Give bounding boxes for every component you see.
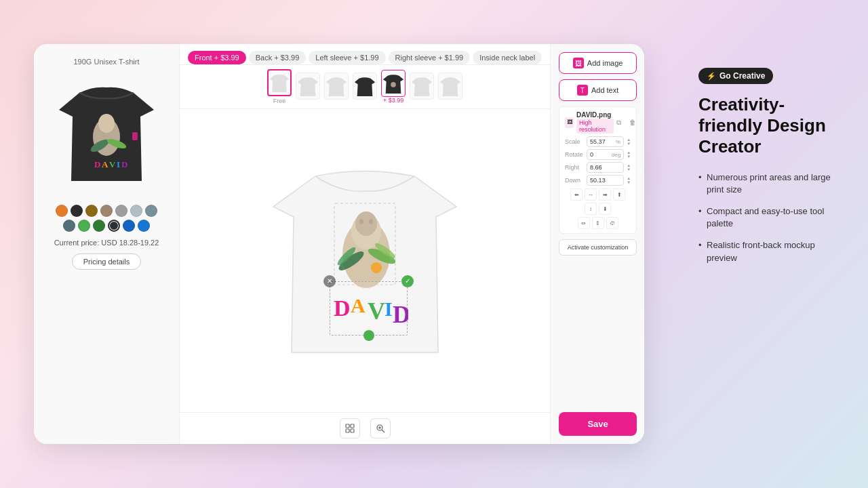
- scale-row: Scale 55.37 % ▲▼: [565, 136, 631, 147]
- svg-point-21: [371, 262, 382, 273]
- thumb-box-1: [267, 69, 292, 96]
- tab-back[interactable]: Back + $3.99: [249, 51, 307, 64]
- svg-point-14: [355, 211, 377, 236]
- add-image-icon: 🖼: [573, 58, 584, 68]
- layer-badge: High resolution: [576, 119, 614, 134]
- activate-customization-button[interactable]: Activate customization: [559, 239, 637, 256]
- svg-text:A: A: [351, 294, 366, 317]
- color-swatch-tan[interactable]: [100, 205, 113, 217]
- flip-v-btn[interactable]: ⇕: [592, 217, 604, 229]
- thumb-box-7: [438, 73, 462, 100]
- canvas-area: ✕ ✓ D A V I D: [267, 156, 463, 366]
- pricing-details-button[interactable]: Pricing details: [72, 253, 141, 270]
- zoom-button[interactable]: [370, 418, 391, 439]
- timer-btn[interactable]: ⏱: [606, 217, 618, 229]
- thumb-item-4[interactable]: [353, 73, 377, 101]
- color-swatch-black[interactable]: [71, 205, 83, 217]
- color-swatch-slate[interactable]: [145, 205, 157, 217]
- feature-item-2: Compact and easy-to-use tool palette: [698, 205, 834, 230]
- thumb-item-5[interactable]: + $3.99: [381, 70, 406, 104]
- align-left-btn[interactable]: ⬅: [570, 188, 583, 201]
- color-swatch-brown[interactable]: [85, 205, 98, 217]
- scale-unit: %: [616, 139, 620, 145]
- rotate-input[interactable]: 0 deg: [587, 149, 624, 160]
- right-label: Right: [565, 164, 584, 171]
- svg-text:V: V: [368, 298, 385, 325]
- align-center-h-btn[interactable]: ↔: [585, 188, 597, 201]
- down-input[interactable]: 50.13: [587, 175, 624, 186]
- svg-text:D: D: [393, 301, 408, 328]
- scale-input[interactable]: 55.37 %: [587, 136, 624, 147]
- svg-point-10: [391, 82, 396, 87]
- rotate-label: Rotate: [565, 151, 584, 158]
- thumb-box-4: [353, 73, 377, 100]
- svg-text:V: V: [109, 159, 116, 169]
- layer-action-icons: ⧉ 🗑: [614, 117, 638, 128]
- thumb-box-3: [324, 73, 349, 100]
- layer-thumb: 🖼: [565, 117, 574, 128]
- layer-name-group: DAVID.png High resolution: [576, 111, 614, 134]
- align-center-v-btn[interactable]: ↕: [585, 203, 597, 215]
- add-text-icon: T: [577, 85, 588, 96]
- add-image-button[interactable]: 🖼 Add image: [559, 52, 637, 74]
- right-spinner[interactable]: ▲▼: [627, 163, 631, 171]
- tab-right-sleeve[interactable]: Right sleeve + $1.99: [389, 51, 471, 64]
- color-swatch-orange[interactable]: [56, 205, 68, 217]
- layer-info: 🖼 DAVID.png High resolution: [565, 111, 613, 134]
- color-swatch-darkgreen[interactable]: [93, 220, 105, 232]
- right-input[interactable]: 8.66: [587, 162, 624, 173]
- svg-text:D: D: [334, 296, 351, 321]
- thumb-box-6: [410, 73, 434, 100]
- tab-neck-label[interactable]: Inside neck label: [473, 51, 542, 64]
- align-bottom-btn[interactable]: ⬇: [599, 203, 611, 215]
- thumb-price-5: + $3.99: [383, 97, 403, 104]
- color-swatch-blue[interactable]: [138, 220, 150, 232]
- delete-icon[interactable]: 🗑: [627, 117, 638, 128]
- right-panel: 🖼 Add image T Add text 🖼 DAVID.png High …: [550, 44, 644, 444]
- thumb-box-2: [296, 73, 320, 100]
- layer-name: DAVID.png: [576, 111, 614, 119]
- svg-rect-27: [346, 424, 349, 428]
- scale-spinner[interactable]: ▲▼: [627, 138, 631, 146]
- align-row-2: ⇔ ⇕ ⏱: [565, 217, 631, 229]
- down-spinner[interactable]: ▲▼: [627, 176, 631, 184]
- main-card: 190G Unisex T-shirt D: [34, 44, 644, 444]
- delete-handle[interactable]: ✕: [323, 275, 336, 287]
- grid-view-button[interactable]: [340, 418, 360, 439]
- align-right-btn[interactable]: ➡: [599, 188, 611, 201]
- svg-rect-30: [351, 429, 354, 432]
- color-swatch-verydark[interactable]: [108, 220, 120, 232]
- svg-text:I: I: [117, 159, 120, 169]
- product-name: 190G Unisex T-shirt: [73, 58, 139, 66]
- tab-front[interactable]: Front + $3.99: [188, 51, 246, 64]
- right-row: Right 8.66 ▲▼: [565, 162, 631, 173]
- color-swatch-green[interactable]: [78, 220, 90, 232]
- color-swatch-lightblue[interactable]: [130, 205, 142, 217]
- thumb-item-3[interactable]: [324, 73, 349, 101]
- tab-left-sleeve[interactable]: Left sleeve + $1.99: [309, 51, 385, 64]
- add-text-button[interactable]: T Add text: [559, 79, 637, 101]
- svg-text:A: A: [102, 159, 108, 169]
- save-button[interactable]: Save: [559, 412, 637, 436]
- bottom-toolbar: [180, 412, 550, 444]
- thumb-item-1[interactable]: Free: [267, 69, 292, 104]
- thumb-item-6[interactable]: [410, 73, 434, 101]
- thumb-item-7[interactable]: [438, 73, 462, 101]
- align-top-btn[interactable]: ⬆: [613, 188, 625, 201]
- layer-header: 🖼 DAVID.png High resolution ⧉ 🗑: [565, 111, 631, 134]
- color-swatch-darkslate[interactable]: [63, 220, 75, 232]
- copy-icon[interactable]: ⧉: [614, 117, 625, 128]
- resize-handle-bottom[interactable]: [363, 330, 374, 341]
- svg-point-16: [369, 219, 373, 224]
- tabs-bar: Front + $3.99 Back + $3.99 Left sleeve +…: [180, 44, 550, 65]
- flip-h-btn[interactable]: ⇔: [578, 217, 590, 229]
- selection-box[interactable]: ✕ ✓ D A V I D: [330, 281, 408, 336]
- color-swatch-darkblue[interactable]: [123, 220, 135, 232]
- layer-item: 🖼 DAVID.png High resolution ⧉ 🗑 Scale: [559, 106, 637, 234]
- outer-wrapper: 190G Unisex T-shirt D: [0, 0, 868, 488]
- rotate-spinner[interactable]: ▲▼: [627, 150, 631, 159]
- confirm-handle[interactable]: ✓: [401, 275, 414, 287]
- svg-line-32: [382, 430, 384, 432]
- color-swatch-gray[interactable]: [115, 205, 127, 217]
- thumb-item-2[interactable]: [296, 73, 320, 101]
